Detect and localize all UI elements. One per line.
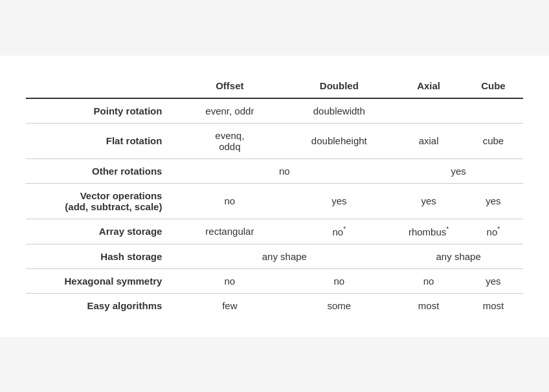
row-other-rotations: Other rotations no yes: [26, 158, 523, 183]
cell-hex-offset: no: [175, 268, 284, 293]
cell-hex-axial: no: [394, 268, 464, 293]
cell-easy-axial: most: [394, 293, 464, 318]
cell-array-cube: no*: [464, 219, 523, 244]
cell-hash-axial-cube: any shape: [394, 244, 523, 268]
cell-other-offset-doubled: no: [175, 158, 394, 183]
cell-easy-offset: few: [175, 293, 284, 318]
label-vector-operations: Vector operations(add, subtract, scale): [26, 183, 175, 219]
row-hexagonal-symmetry: Hexagonal symmetry no no no yes: [26, 268, 523, 293]
header-doubled: Doubled: [284, 75, 394, 98]
label-easy-algorithms: Easy algorithms: [26, 293, 175, 318]
label-hash-storage: Hash storage: [26, 244, 175, 268]
row-flat-rotation: Flat rotation evenq,oddq doubleheight ax…: [26, 123, 523, 158]
header-axial: Axial: [394, 75, 464, 98]
label-other-rotations: Other rotations: [26, 158, 175, 183]
cell-flat-axial: axial: [394, 123, 464, 158]
row-pointy-rotation: Pointy rotation evenr, oddr doublewidth: [26, 98, 523, 124]
cell-pointy-offset: evenr, oddr: [175, 98, 284, 124]
label-pointy-rotation: Pointy rotation: [26, 98, 175, 124]
cell-vector-offset: no: [175, 183, 284, 219]
cell-pointy-cube: [464, 98, 523, 124]
cell-pointy-axial: [394, 98, 464, 124]
cell-hash-offset-doubled: any shape: [175, 244, 394, 268]
cell-flat-offset: evenq,oddq: [175, 123, 284, 158]
cell-vector-axial: yes: [394, 183, 464, 219]
cell-other-axial-cube: yes: [394, 158, 523, 183]
comparison-table: Offset Doubled Axial Cube Pointy rotatio…: [26, 75, 523, 318]
header-cube: Cube: [464, 75, 523, 98]
cell-vector-cube: yes: [464, 183, 523, 219]
table-container: Offset Doubled Axial Cube Pointy rotatio…: [0, 56, 549, 337]
label-array-storage: Array storage: [26, 219, 175, 244]
cell-hex-cube: yes: [464, 268, 523, 293]
cell-easy-doubled: some: [284, 293, 394, 318]
cell-array-doubled: no*: [284, 219, 394, 244]
label-hexagonal-symmetry: Hexagonal symmetry: [26, 268, 175, 293]
row-hash-storage: Hash storage any shape any shape: [26, 244, 523, 268]
cell-flat-cube: cube: [464, 123, 523, 158]
cell-vector-doubled: yes: [284, 183, 394, 219]
cell-array-offset: rectangular: [175, 219, 284, 244]
cell-pointy-doubled: doublewidth: [284, 98, 394, 124]
row-easy-algorithms: Easy algorithms few some most most: [26, 293, 523, 318]
cell-array-axial: rhombus*: [394, 219, 464, 244]
cell-flat-doubled: doubleheight: [284, 123, 394, 158]
label-flat-rotation: Flat rotation: [26, 123, 175, 158]
header-empty: [26, 75, 175, 98]
row-array-storage: Array storage rectangular no* rhombus* n…: [26, 219, 523, 244]
row-vector-operations: Vector operations(add, subtract, scale) …: [26, 183, 523, 219]
cell-hex-doubled: no: [284, 268, 394, 293]
cell-easy-cube: most: [464, 293, 523, 318]
header-offset: Offset: [175, 75, 284, 98]
